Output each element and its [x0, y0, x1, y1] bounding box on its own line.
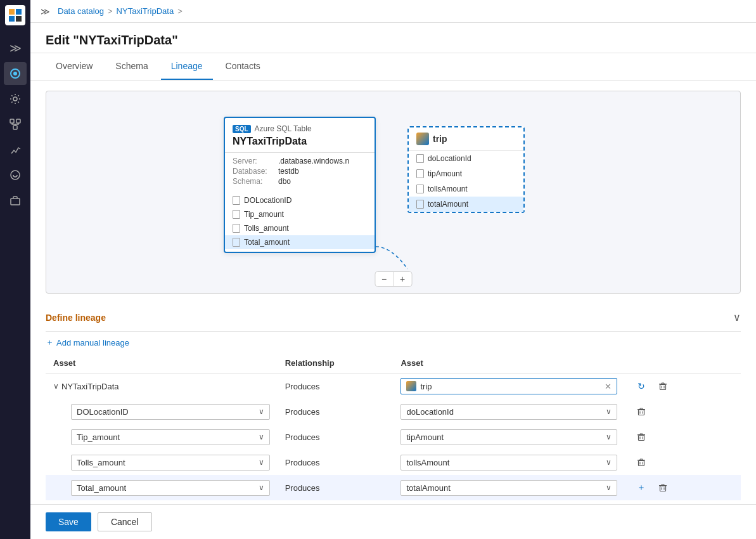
delete-button-row1[interactable]	[654, 377, 672, 395]
row3-source: Tip_amount ∨	[46, 424, 278, 450]
svg-rect-3	[16, 16, 22, 22]
row3-actions	[625, 424, 741, 450]
source-field-dolocation[interactable]: DOLocationID	[225, 193, 375, 207]
breadcrumb-nytaxi[interactable]: NYTaxiTripData	[117, 6, 174, 16]
sidebar-gear-icon[interactable]	[4, 88, 27, 110]
breadcrumb: Data catalog > NYTaxiTripData >	[58, 6, 186, 16]
tolls-select[interactable]: Tolls_amount ∨	[71, 455, 270, 471]
expand-icon[interactable]: ≫	[41, 6, 50, 16]
close-icon[interactable]: ✕	[605, 382, 612, 391]
svg-point-6	[13, 97, 17, 101]
table-row: Tip_amount ∨ Produces tipAmount ∨	[46, 424, 741, 450]
breadcrumb-sep-2: >	[177, 6, 183, 16]
delete-button-row5[interactable]	[654, 479, 672, 497]
total-label: Total_amount	[77, 483, 126, 493]
target-field-icon-tolls	[416, 185, 424, 193]
row2-source: DOLocationID ∨	[46, 399, 278, 424]
tab-contacts[interactable]: Contacts	[215, 53, 271, 80]
tabs-container: Overview Schema Lineage Contacts	[30, 53, 756, 81]
node-type-label: Azure SQL Table	[255, 124, 312, 133]
tollsamount-target-select[interactable]: tollsAmount ∨	[400, 455, 617, 471]
database-value: testdb	[278, 167, 299, 176]
collapse-button[interactable]: ∨	[53, 382, 59, 391]
server-row: Server: .database.windows.n	[233, 157, 367, 166]
svg-rect-14	[660, 385, 666, 390]
source-field-total[interactable]: Total_amount	[225, 235, 375, 249]
target-field-total[interactable]: totalAmount	[409, 197, 523, 212]
cancel-button[interactable]: Cancel	[98, 512, 152, 531]
dolocation-select[interactable]: DOLocationID ∨	[71, 404, 270, 420]
source-field-tip[interactable]: Tip_amount	[225, 207, 375, 221]
field-icon-tolls	[233, 224, 240, 233]
delete-button-row3[interactable]	[632, 428, 650, 446]
delete-button-row4[interactable]	[632, 453, 650, 471]
main-content: ≫ Data catalog > NYTaxiTripData > Edit "…	[30, 0, 756, 539]
table-row: Tolls_amount ∨ Produces tollsAmount ∨	[46, 450, 741, 475]
target-field-label-dolocation: doLocationId	[428, 154, 471, 163]
tipamount-target-select[interactable]: tipAmount ∨	[400, 429, 617, 445]
target-field-label-tip: tipAmount	[428, 169, 462, 178]
delete-button-row2[interactable]	[632, 403, 650, 420]
schema-value: dbo	[278, 177, 291, 186]
target-field-icon-total	[416, 200, 424, 209]
svg-rect-9	[13, 126, 17, 129]
sidebar-connections-icon[interactable]	[4, 113, 27, 136]
logo	[5, 5, 25, 25]
zoom-in-button[interactable]: +	[394, 272, 411, 286]
row5-action-btns: ＋	[632, 479, 733, 497]
topbar: ≫ Data catalog > NYTaxiTripData >	[30, 0, 756, 23]
sidebar-expand-icon[interactable]: ≫	[4, 37, 27, 60]
trip-asset-select[interactable]: trip ✕	[400, 378, 617, 394]
target-field-tip[interactable]: tipAmount	[409, 166, 523, 181]
sidebar-briefcase-icon[interactable]	[4, 189, 27, 212]
svg-rect-7	[10, 119, 14, 123]
row4-action-btns	[632, 453, 733, 471]
add-manual-lineage-button[interactable]: ＋ Add manual lineage	[46, 332, 129, 353]
totalamount-target-select[interactable]: totalAmount ∨	[400, 480, 617, 496]
row2-relationship: Produces	[278, 399, 394, 424]
sidebar-catalog-icon[interactable]	[4, 62, 27, 85]
totalamount-target-chevron: ∨	[606, 483, 612, 492]
row5-actions: ＋	[625, 475, 741, 500]
tab-overview[interactable]: Overview	[46, 53, 103, 80]
lineage-table: Asset Relationship Asset ∨ NYTaxiTripDat…	[46, 353, 741, 500]
add-field-button[interactable]: ＋	[632, 479, 650, 497]
target-field-label-total: totalAmount	[428, 200, 468, 209]
row2-actions	[625, 399, 741, 424]
target-field-label-tolls: tollsAmount	[428, 185, 468, 193]
refresh-button[interactable]: ↻	[632, 377, 650, 395]
col-asset-source: Asset	[46, 353, 278, 373]
target-field-dolocation[interactable]: doLocationId	[409, 151, 523, 166]
tolls-chevron: ∨	[259, 458, 264, 467]
row5-relationship: Produces	[278, 475, 394, 500]
svg-rect-30	[660, 486, 666, 491]
sidebar-circle-icon[interactable]	[4, 164, 27, 186]
dolocation-chevron: ∨	[259, 407, 264, 416]
tip-select[interactable]: Tip_amount ∨	[71, 429, 270, 445]
schema-label: Schema:	[233, 177, 273, 186]
bottom-bar: Save Cancel	[30, 504, 756, 539]
node-type-badge: SQL Azure SQL Table	[233, 124, 367, 133]
trip-asset-label: trip	[420, 382, 432, 391]
define-lineage-header[interactable]: Define lineage ∨	[46, 304, 741, 332]
tab-lineage[interactable]: Lineage	[161, 53, 213, 80]
svg-rect-2	[9, 16, 15, 22]
zoom-out-button[interactable]: −	[375, 272, 393, 286]
svg-rect-12	[11, 198, 20, 205]
dolocationid-target-select[interactable]: doLocationId ∨	[400, 404, 617, 420]
breadcrumb-data-catalog[interactable]: Data catalog	[58, 6, 104, 16]
total-select[interactable]: Total_amount ∨	[71, 480, 270, 496]
source-node-header: SQL Azure SQL Table NYTaxiTripData	[225, 118, 375, 153]
source-field-label-tolls: Tolls_amount	[244, 224, 289, 233]
target-field-tolls[interactable]: tollsAmount	[409, 181, 523, 197]
tab-schema[interactable]: Schema	[105, 53, 158, 80]
sidebar-insights-icon[interactable]	[4, 138, 27, 161]
tip-chevron: ∨	[259, 432, 264, 441]
row2-action-btns	[632, 403, 733, 420]
target-node: trip doLocationId tipAmount tollsAmount …	[407, 126, 525, 213]
row3-relationship: Produces	[278, 424, 394, 450]
tollsamount-target-chevron: ∨	[606, 458, 612, 467]
source-field-tolls[interactable]: Tolls_amount	[225, 221, 375, 235]
plus-icon: ＋	[46, 337, 54, 348]
save-button[interactable]: Save	[46, 512, 91, 531]
